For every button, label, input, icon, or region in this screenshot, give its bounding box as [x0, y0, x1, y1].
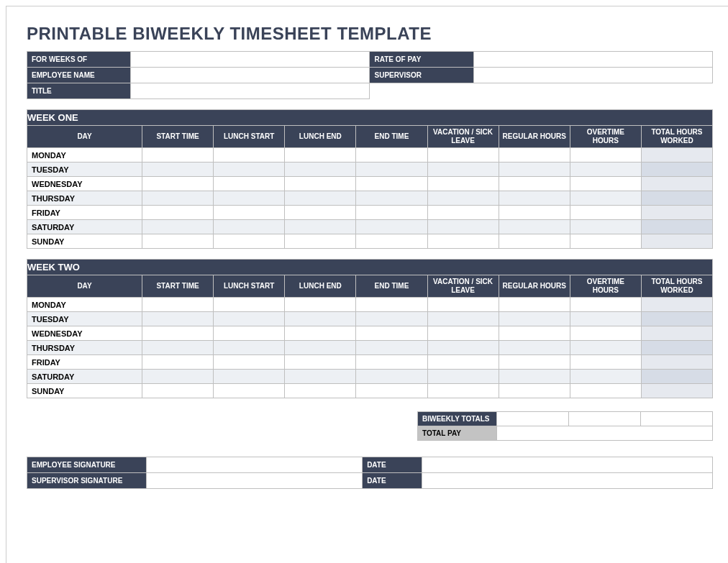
time-cell[interactable] [142, 148, 214, 163]
time-cell[interactable] [641, 148, 712, 163]
time-cell[interactable] [285, 326, 356, 341]
time-cell[interactable] [285, 177, 356, 191]
time-cell[interactable] [356, 312, 427, 326]
time-cell[interactable] [356, 191, 427, 206]
time-cell[interactable] [214, 355, 285, 370]
supervisor-date-input[interactable] [422, 473, 712, 489]
rate-of-pay-input[interactable] [473, 52, 712, 68]
time-cell[interactable] [214, 234, 285, 249]
time-cell[interactable] [142, 298, 214, 312]
time-cell[interactable] [499, 326, 570, 341]
time-cell[interactable] [570, 234, 641, 249]
time-cell[interactable] [427, 206, 499, 220]
time-cell[interactable] [641, 163, 712, 177]
time-cell[interactable] [641, 326, 712, 341]
time-cell[interactable] [570, 312, 641, 326]
time-cell[interactable] [427, 298, 499, 312]
time-cell[interactable] [641, 220, 712, 234]
time-cell[interactable] [214, 298, 285, 312]
time-cell[interactable] [641, 234, 712, 249]
time-cell[interactable] [214, 384, 285, 398]
time-cell[interactable] [214, 177, 285, 191]
time-cell[interactable] [214, 370, 285, 384]
time-cell[interactable] [427, 355, 499, 370]
time-cell[interactable] [214, 341, 285, 355]
total-pay-cell[interactable] [497, 426, 713, 441]
time-cell[interactable] [356, 384, 427, 398]
time-cell[interactable] [214, 312, 285, 326]
time-cell[interactable] [499, 163, 570, 177]
biweekly-total-cell[interactable] [641, 412, 713, 426]
time-cell[interactable] [142, 177, 214, 191]
time-cell[interactable] [570, 326, 641, 341]
time-cell[interactable] [356, 234, 427, 249]
biweekly-regular-cell[interactable] [497, 412, 569, 426]
time-cell[interactable] [427, 191, 499, 206]
time-cell[interactable] [427, 370, 499, 384]
time-cell[interactable] [427, 384, 499, 398]
biweekly-overtime-cell[interactable] [569, 412, 641, 426]
time-cell[interactable] [427, 220, 499, 234]
time-cell[interactable] [499, 312, 570, 326]
time-cell[interactable] [427, 341, 499, 355]
time-cell[interactable] [499, 384, 570, 398]
for-weeks-of-input[interactable] [131, 52, 370, 68]
time-cell[interactable] [570, 298, 641, 312]
time-cell[interactable] [356, 326, 427, 341]
time-cell[interactable] [356, 177, 427, 191]
time-cell[interactable] [570, 191, 641, 206]
time-cell[interactable] [499, 370, 570, 384]
time-cell[interactable] [570, 148, 641, 163]
time-cell[interactable] [356, 148, 427, 163]
time-cell[interactable] [356, 220, 427, 234]
time-cell[interactable] [427, 234, 499, 249]
time-cell[interactable] [214, 148, 285, 163]
time-cell[interactable] [142, 206, 214, 220]
time-cell[interactable] [499, 298, 570, 312]
time-cell[interactable] [214, 191, 285, 206]
time-cell[interactable] [285, 163, 356, 177]
time-cell[interactable] [570, 384, 641, 398]
time-cell[interactable] [499, 234, 570, 249]
time-cell[interactable] [142, 384, 214, 398]
time-cell[interactable] [570, 177, 641, 191]
time-cell[interactable] [641, 384, 712, 398]
time-cell[interactable] [214, 206, 285, 220]
time-cell[interactable] [499, 355, 570, 370]
time-cell[interactable] [427, 312, 499, 326]
time-cell[interactable] [285, 384, 356, 398]
time-cell[interactable] [142, 326, 214, 341]
time-cell[interactable] [356, 355, 427, 370]
time-cell[interactable] [214, 220, 285, 234]
time-cell[interactable] [356, 341, 427, 355]
employee-name-input[interactable] [131, 68, 370, 83]
time-cell[interactable] [285, 298, 356, 312]
time-cell[interactable] [427, 163, 499, 177]
time-cell[interactable] [285, 206, 356, 220]
time-cell[interactable] [570, 370, 641, 384]
time-cell[interactable] [214, 326, 285, 341]
time-cell[interactable] [641, 355, 712, 370]
time-cell[interactable] [142, 234, 214, 249]
time-cell[interactable] [285, 355, 356, 370]
time-cell[interactable] [285, 370, 356, 384]
time-cell[interactable] [641, 312, 712, 326]
time-cell[interactable] [142, 370, 214, 384]
time-cell[interactable] [570, 206, 641, 220]
time-cell[interactable] [570, 163, 641, 177]
time-cell[interactable] [285, 341, 356, 355]
time-cell[interactable] [570, 355, 641, 370]
employee-signature-input[interactable] [146, 457, 362, 473]
time-cell[interactable] [427, 326, 499, 341]
time-cell[interactable] [427, 148, 499, 163]
time-cell[interactable] [641, 206, 712, 220]
supervisor-signature-input[interactable] [146, 473, 362, 489]
time-cell[interactable] [499, 148, 570, 163]
time-cell[interactable] [142, 355, 214, 370]
time-cell[interactable] [285, 148, 356, 163]
time-cell[interactable] [285, 312, 356, 326]
time-cell[interactable] [641, 177, 712, 191]
time-cell[interactable] [356, 206, 427, 220]
time-cell[interactable] [499, 220, 570, 234]
time-cell[interactable] [499, 341, 570, 355]
